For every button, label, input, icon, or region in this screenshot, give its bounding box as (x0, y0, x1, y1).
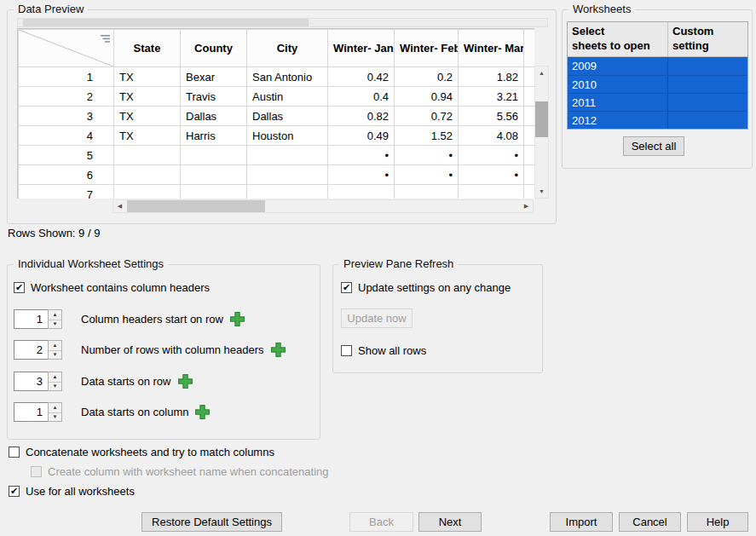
select-all-button[interactable]: Select all (623, 136, 684, 156)
data-starts-on-column-setting: 1 ▲ ▼ Data starts on column (14, 402, 211, 422)
spinner-up-icon[interactable]: ▲ (49, 310, 61, 320)
checkbox-label: Worksheet contains column headers (31, 281, 210, 294)
scroll-down-icon[interactable]: ▼ (535, 185, 548, 198)
spinner-value[interactable]: 1 (14, 309, 48, 329)
row-number-cell[interactable]: 2 (19, 87, 114, 107)
cell-winter-jan: 0.82 (328, 107, 395, 126)
worksheet-row-2010[interactable]: 2010 (568, 75, 747, 93)
cell-state (114, 146, 181, 165)
restore-defaults-button[interactable]: Restore Default Settings (141, 512, 282, 532)
plus-button[interactable] (177, 373, 193, 389)
cell-city (247, 185, 328, 199)
back-button: Back (349, 512, 413, 532)
plus-button[interactable] (270, 342, 286, 358)
rows-with-headers-spinner[interactable]: 2 ▲ ▼ (14, 340, 62, 360)
rows-with-headers-setting: 2 ▲ ▼ Number of rows with column headers (14, 340, 286, 360)
concatenate-worksheets-checkbox[interactable]: Concatenate worksheets and try to match … (9, 446, 274, 458)
spinner-value[interactable]: 1 (14, 402, 48, 422)
cell-winter-mar: 1.82 (459, 67, 524, 87)
cell-winter-mar: • (459, 165, 524, 185)
worksheets-table: Select sheets to open Custom setting 200… (567, 21, 748, 130)
checkbox-icon (9, 447, 20, 458)
scroll-up-icon[interactable]: ▲ (535, 66, 548, 79)
row-number-cell[interactable]: 1 (19, 67, 114, 87)
spinner-down-icon[interactable]: ▼ (49, 320, 61, 329)
spinner-buttons[interactable]: ▲ ▼ (48, 309, 62, 329)
setting-label: Number of rows with column headers (81, 343, 264, 356)
cell-winter-feb: • (395, 146, 459, 165)
scroll-right-icon[interactable]: ▶ (520, 200, 533, 212)
preview-top-scrollbar[interactable] (17, 18, 548, 27)
next-button[interactable]: Next (418, 512, 482, 532)
plus-button[interactable] (194, 404, 211, 420)
spinner-down-icon[interactable]: ▼ (49, 350, 61, 360)
cell-county (181, 146, 247, 165)
cell-city: Dallas (247, 107, 328, 126)
row-number-cell[interactable]: 5 (19, 146, 114, 165)
cancel-button[interactable]: Cancel (619, 512, 681, 532)
cell-winter-mar (459, 185, 524, 199)
cell-partial (524, 67, 535, 87)
column-headers-start-row-spinner[interactable]: 1 ▲ ▼ (14, 309, 62, 329)
vscroll-thumb[interactable] (535, 101, 548, 137)
cell-county: Harris (181, 126, 247, 146)
spinner-buttons[interactable]: ▲ ▼ (48, 372, 62, 391)
worksheet-row-2011[interactable]: 2011 (568, 93, 747, 111)
update-on-change-checkbox[interactable]: Update settings on any change (341, 281, 511, 294)
worksheet-row-2012[interactable]: 2012 (568, 111, 747, 129)
cell-partial (524, 185, 535, 199)
help-button[interactable]: Help (687, 512, 748, 532)
cell-winter-mar: • (459, 146, 524, 165)
cell-county (181, 185, 247, 199)
checkbox-icon (341, 282, 352, 293)
column-header-partial (524, 30, 535, 67)
custom-setting-cell (668, 57, 747, 75)
update-now-button: Update now (341, 308, 413, 328)
use-for-all-worksheets-checkbox[interactable]: Use for all worksheets (9, 485, 135, 498)
data-starts-on-row-spinner[interactable]: 3 ▲ ▼ (14, 372, 62, 391)
spinner-buttons[interactable]: ▲ ▼ (48, 402, 62, 422)
preview-vertical-scrollbar[interactable]: ▲ ▼ (534, 66, 549, 199)
checkbox-icon (341, 345, 352, 356)
column-header-county: County (181, 30, 247, 67)
scroll-left-icon[interactable]: ◀ (113, 200, 126, 212)
worksheet-contains-headers-checkbox[interactable]: Worksheet contains column headers (14, 281, 210, 294)
top-scroll-thumb[interactable] (23, 19, 309, 26)
checkbox-icon (31, 466, 42, 477)
worksheet-row-2009[interactable]: 2009 (568, 57, 747, 75)
spinner-up-icon[interactable]: ▲ (49, 341, 61, 350)
cell-state: TX (114, 126, 181, 146)
import-button[interactable]: Import (550, 512, 613, 532)
spinner-down-icon[interactable]: ▼ (49, 412, 61, 422)
spinner-up-icon[interactable]: ▲ (49, 403, 61, 412)
individual-worksheet-settings-legend: Individual Worksheet Settings (14, 257, 168, 270)
spinner-up-icon[interactable]: ▲ (49, 372, 61, 382)
data-starts-on-column-spinner[interactable]: 1 ▲ ▼ (14, 402, 62, 422)
hscroll-thumb[interactable] (127, 200, 265, 212)
spinner-value[interactable]: 3 (14, 372, 48, 391)
checkbox-icon (14, 282, 25, 293)
data-preview-legend: Data Preview (14, 3, 88, 15)
row-number-cell[interactable]: 3 (19, 107, 114, 126)
cell-winter-feb: 0.72 (395, 107, 459, 126)
spinner-value[interactable]: 2 (14, 340, 48, 360)
cell-winter-jan: 0.49 (328, 126, 395, 146)
cell-county: Bexar (181, 67, 247, 87)
show-all-rows-checkbox[interactable]: Show all rows (341, 344, 426, 357)
plus-button[interactable] (229, 311, 245, 327)
row-number-cell[interactable]: 7 (19, 185, 114, 199)
row-number-cell[interactable]: 6 (19, 165, 114, 185)
table-row: 4 TX Harris Houston 0.49 1.52 4.08 (19, 126, 535, 146)
cell-winter-jan (328, 185, 395, 199)
cell-county: Dallas (181, 107, 247, 126)
cell-winter-mar: 5.56 (459, 107, 524, 126)
cell-state: TX (114, 67, 181, 87)
vscroll-track[interactable] (535, 79, 548, 185)
spinner-buttons[interactable]: ▲ ▼ (48, 340, 62, 360)
spinner-down-icon[interactable]: ▼ (49, 382, 61, 391)
preview-horizontal-scrollbar[interactable]: ◀ ▶ (113, 199, 534, 213)
row-number-cell[interactable]: 4 (19, 126, 114, 146)
column-options-icon[interactable] (100, 33, 111, 44)
data-starts-on-row-setting: 3 ▲ ▼ Data starts on row (14, 372, 193, 391)
hscroll-track[interactable] (126, 200, 520, 212)
